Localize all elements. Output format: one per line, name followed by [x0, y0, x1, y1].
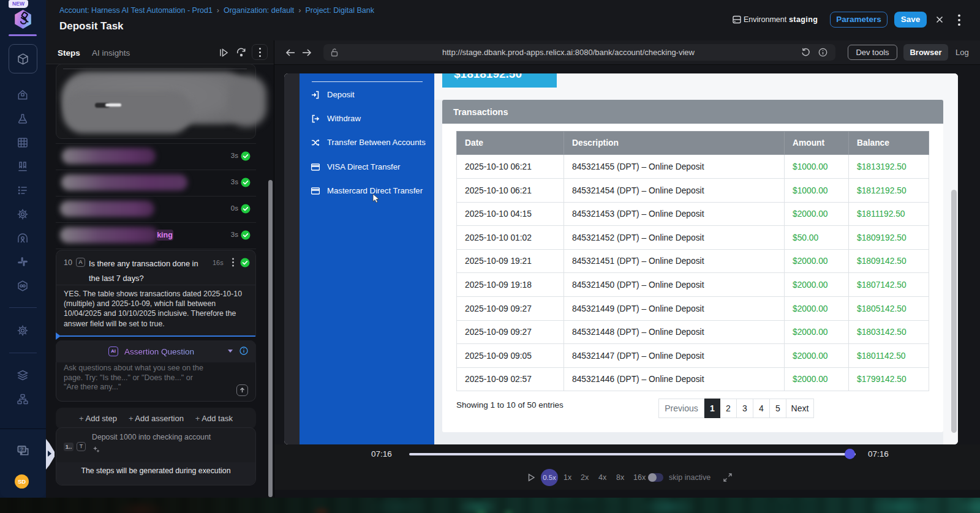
- svg-text:?: ?: [20, 446, 23, 452]
